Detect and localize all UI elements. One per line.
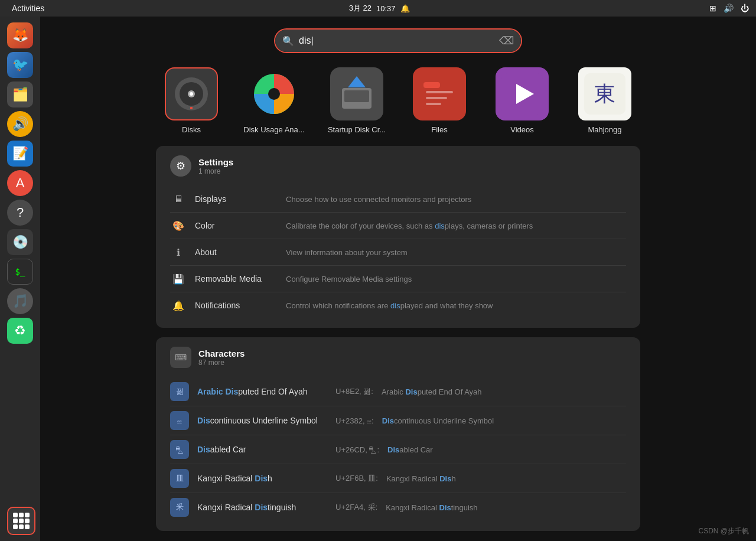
about-name: About xyxy=(195,247,278,257)
show-applications-button[interactable] xyxy=(7,507,35,535)
kangxi-dish-char-icon: ⽫ xyxy=(170,469,189,488)
mahjongg-icon: 東 xyxy=(578,67,631,120)
notifications-icon: 🔔 xyxy=(170,297,187,314)
settings-item-displays[interactable]: 🖥 Displays Choose how to use connected m… xyxy=(170,186,626,213)
grid-dot xyxy=(25,524,30,529)
dock-rhythmbox[interactable]: 🎵 xyxy=(7,288,33,314)
search-input[interactable] xyxy=(275,30,521,52)
volume-icon[interactable]: 🔊 xyxy=(724,4,734,13)
grid-dot xyxy=(19,513,24,517)
settings-item-color[interactable]: 🎨 Color Calibrate the color of your devi… xyxy=(170,213,626,239)
kangxi-dish-char-name: Kangxi Radical Dish xyxy=(197,474,327,483)
settings-item-removable[interactable]: 💾 Removable Media Configure Removable Me… xyxy=(170,266,626,292)
characters-header: ⌨ Characters 87 more xyxy=(170,347,626,368)
discontinuous-char-name: Discontinuous Underline Symbol xyxy=(197,416,327,425)
characters-title-block: Characters 87 more xyxy=(198,348,245,367)
arabic-char-desc: Arabic Disputed End Of Ayah xyxy=(382,387,482,396)
notifications-name: Notifications xyxy=(195,301,278,310)
dock-thunderbird[interactable]: 🐦 xyxy=(7,52,33,78)
dock-appstore[interactable]: A xyxy=(7,170,33,196)
settings-item-about[interactable]: ℹ About View information about your syst… xyxy=(170,239,626,266)
char-item-discontinuous[interactable]: ⎂ Discontinuous Underline Symbol U+2382,… xyxy=(170,406,626,435)
bell-icon[interactable]: 🔔 xyxy=(400,4,410,13)
characters-panel: ⌨ Characters 87 more 꿢 Arabic Disputed E… xyxy=(156,337,640,531)
date-display: 3月 22 xyxy=(349,3,372,14)
displays-name: Displays xyxy=(195,194,278,204)
kangxi-dish-char-desc: Kangxi Radical Dish xyxy=(386,474,456,483)
search-clear-button[interactable]: ⌫ xyxy=(499,34,514,47)
char-item-kangxi-distinguish[interactable]: ⾤ Kangxi Radical Distinguish U+2FA4, 采: … xyxy=(170,493,626,522)
disks-app-icon xyxy=(165,67,218,120)
svg-rect-11 xyxy=(423,82,440,88)
char-item-kangxi-dish[interactable]: ⽫ Kangxi Radical Dish U+2F6B, ⽫: Kangxi … xyxy=(170,464,626,493)
dock-sound[interactable]: 🔊 xyxy=(7,111,33,137)
color-name: Color xyxy=(195,221,278,230)
grid-icon xyxy=(13,513,30,529)
kangxi-distinguish-char-icon: ⾤ xyxy=(170,498,189,517)
kanji-display: 東 xyxy=(584,73,625,115)
arabic-char-icon: 꿢 xyxy=(170,382,189,401)
main-content: 🔍 ⌫ Disks xyxy=(40,17,756,541)
disk-usage-icon xyxy=(247,67,301,120)
app-item-startup[interactable]: Startup Disk Cr... xyxy=(321,67,392,134)
grid-dot xyxy=(13,524,18,529)
activities-button[interactable]: Activities xyxy=(7,2,49,14)
settings-header: ⚙ Settings 1 more xyxy=(170,155,626,177)
disk-usage-label: Disk Usage Ana... xyxy=(243,125,304,134)
disabled-car-char-name: Disabled Car xyxy=(197,445,327,454)
displays-icon: 🖥 xyxy=(170,191,187,207)
grid-dot xyxy=(25,519,30,523)
search-icon: 🔍 xyxy=(282,35,294,47)
about-icon: ℹ xyxy=(170,244,187,260)
startup-icon xyxy=(330,67,383,120)
discontinuous-char-code: U+2382, ⎂: xyxy=(335,416,374,425)
settings-panel: ⚙ Settings 1 more 🖥 Displays Choose how … xyxy=(156,146,640,328)
settings-item-notifications[interactable]: 🔔 Notifications Control which notificati… xyxy=(170,292,626,318)
app-item-disk-usage[interactable]: Disk Usage Ana... xyxy=(239,67,309,134)
svg-marker-9 xyxy=(348,76,366,87)
dock-disks[interactable]: 💿 xyxy=(7,229,33,255)
power-icon[interactable]: ⏻ xyxy=(741,4,749,13)
arabic-char-name: Arabic Disputed End Of Ayah xyxy=(197,387,327,396)
kangxi-distinguish-char-code: U+2FA4, 采: xyxy=(335,502,377,513)
dock-firefox[interactable]: 🦊 xyxy=(7,22,33,48)
network-icon[interactable]: ⊞ xyxy=(709,4,716,13)
dock-recyclebin[interactable]: ♻ xyxy=(7,318,33,344)
search-bar-wrapper: 🔍 ⌫ xyxy=(274,28,522,53)
grid-dot xyxy=(13,519,18,523)
app-item-disks[interactable]: Disks xyxy=(156,67,227,134)
discontinuous-char-icon: ⎂ xyxy=(170,411,189,430)
dock-bottom xyxy=(7,507,35,535)
grid-dot xyxy=(19,519,24,523)
startup-svg-icon xyxy=(336,73,377,115)
notifications-desc: Control which notifications are displaye… xyxy=(286,301,493,310)
characters-title: Characters xyxy=(198,348,245,359)
removable-desc: Configure Removable Media settings xyxy=(286,275,412,283)
kangxi-distinguish-char-desc: Kangxi Radical Distinguish xyxy=(386,503,477,512)
dock-files[interactable]: 🗂️ xyxy=(7,82,33,107)
files-svg-icon xyxy=(419,73,460,115)
dock-help[interactable]: ? xyxy=(7,200,33,226)
grid-dot xyxy=(19,524,24,529)
about-desc: View information about your system xyxy=(286,248,408,257)
disks-svg-icon xyxy=(174,76,209,112)
displays-desc: Choose how to use connected monitors and… xyxy=(286,195,471,204)
color-desc: Calibrate the color of your devices, suc… xyxy=(286,221,533,230)
app-item-mahjongg[interactable]: 東 Mahjongg xyxy=(569,67,640,134)
svg-rect-14 xyxy=(426,103,441,105)
files-label: Files xyxy=(431,125,447,134)
kangxi-distinguish-char-name: Kangxi Radical Distinguish xyxy=(197,503,327,512)
files-icon xyxy=(413,67,466,120)
top-bar-right: ⊞ 🔊 ⏻ xyxy=(709,4,749,13)
settings-gear-icon: ⚙ xyxy=(170,155,191,177)
removable-icon: 💾 xyxy=(170,270,187,287)
color-icon: 🎨 xyxy=(170,217,187,234)
char-item-arabic[interactable]: 꿢 Arabic Disputed End Of Ayah U+8E2, 꿢: … xyxy=(170,377,626,406)
dock-writer[interactable]: 📝 xyxy=(7,141,33,167)
app-item-videos[interactable]: Videos xyxy=(487,67,558,134)
svg-rect-13 xyxy=(426,97,447,99)
dock-terminal[interactable]: $_ xyxy=(7,259,33,285)
app-item-files[interactable]: Files xyxy=(404,67,475,134)
time-display: 10:37 xyxy=(376,4,396,13)
char-item-disabled-car[interactable]: ⛍ Disabled Car U+26CD, ⛍: Disabled Car xyxy=(170,435,626,464)
